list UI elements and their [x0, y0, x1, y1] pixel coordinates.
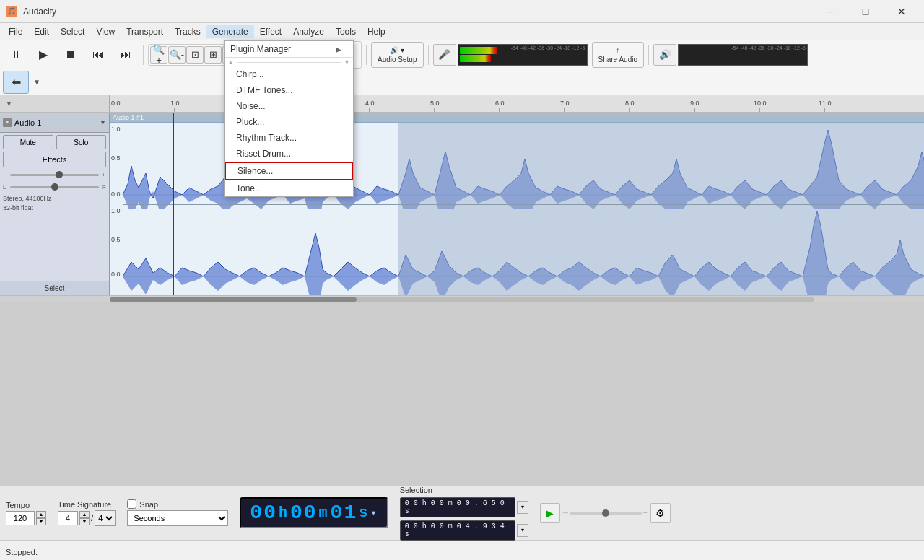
time-sig-group: Time Signature ▲ ▼ / 482	[58, 500, 116, 526]
menu-effect[interactable]: Effect	[254, 25, 287, 38]
snap-select[interactable]: Seconds Beats Bars	[127, 510, 228, 526]
silence-menu-item[interactable]: Silence...	[225, 162, 353, 180]
time-h-label: h	[279, 504, 289, 521]
track-close-button[interactable]: ✕	[3, 118, 12, 127]
pan-slider[interactable]	[10, 182, 99, 192]
skip-fwd-button[interactable]: ⏭	[113, 43, 139, 66]
tempo-input[interactable]	[6, 511, 35, 525]
playback-meter-button[interactable]: 🔊	[653, 44, 676, 66]
volume-row: ─ +	[3, 170, 106, 180]
time-sig-num-input[interactable]	[58, 511, 78, 525]
track-header: ✕ Audio 1 ▼ Mute Solo Effects ─	[0, 113, 110, 295]
time-dropdown-icon[interactable]: ▾	[370, 507, 378, 519]
close-button[interactable]: ✕	[885, 0, 918, 23]
pause-button[interactable]: ⏸	[3, 43, 29, 66]
noise-menu-item[interactable]: Noise...	[225, 98, 353, 114]
time-sig-num-down-button[interactable]: ▼	[79, 518, 90, 525]
zoom-out-button[interactable]: 🔍-	[168, 46, 186, 64]
tempo-up-button[interactable]: ▲	[36, 511, 46, 518]
play-selection-button[interactable]: ▶	[540, 503, 560, 523]
select-button[interactable]: Select	[0, 281, 109, 295]
ruler-container: ▼ 0.0 1.0 2.0 3.0 4.0 5.0 6.0 7.0	[0, 95, 924, 113]
meter-scale: -54 -48 -42 -36 -30 -24 -18 -12 -6	[511, 45, 585, 51]
volume-slider[interactable]	[10, 170, 99, 180]
menu-select[interactable]: Select	[55, 25, 90, 38]
track-collapse-icon[interactable]: ▼	[100, 119, 106, 126]
menu-file[interactable]: File	[3, 25, 28, 38]
minimize-button[interactable]: ─	[813, 0, 846, 23]
audio-setup-button[interactable]: 🔊 ▾ Audio Setup	[371, 42, 424, 68]
record-meter: -54 -48 -42 -36 -30 -24 -18 -12 -6	[458, 44, 588, 66]
dtmf-menu-item[interactable]: DTMF Tones...	[225, 82, 353, 98]
menu-edit[interactable]: Edit	[28, 25, 55, 38]
zoom-sel-button[interactable]: ⊞	[204, 46, 222, 64]
svg-text:11.0: 11.0	[819, 100, 832, 107]
svg-text:0.0: 0.0	[111, 191, 121, 198]
record-meter-button[interactable]: 🎤	[433, 44, 456, 66]
risset-menu-item[interactable]: Risset Drum...	[225, 146, 353, 162]
menu-analyze[interactable]: Analyze	[287, 25, 330, 38]
h-scrollbar[interactable]	[0, 295, 924, 302]
speaker2-icon: 🔊	[659, 49, 671, 60]
menu-view[interactable]: View	[90, 25, 121, 38]
plugin-manager-arrow-icon: ▶	[336, 45, 341, 53]
play-selection-icon: ▶	[546, 507, 554, 519]
menu-transport[interactable]: Transport	[121, 25, 169, 38]
pluck-menu-item[interactable]: Pluck...	[225, 114, 353, 130]
selection-settings-button[interactable]: ⚙	[650, 503, 671, 523]
pan-thumb[interactable]	[51, 183, 58, 191]
svg-text:7.0: 7.0	[560, 100, 570, 107]
time-m-label: m	[319, 504, 329, 521]
time-display: 00 h 00 m 01 s ▾	[240, 497, 388, 528]
snap-group: Snap Seconds Beats Bars	[127, 499, 228, 526]
statusbar: Stopped.	[0, 540, 924, 560]
solo-button[interactable]: Solo	[56, 135, 107, 149]
tempo-down-button[interactable]: ▼	[36, 518, 46, 525]
effects-button[interactable]: Effects	[3, 152, 106, 167]
chirp-menu-item[interactable]: Chirp...	[225, 66, 353, 82]
gear-icon: ⚙	[655, 507, 665, 519]
scrollbar-thumb[interactable]	[110, 297, 357, 302]
tempo-input-row: ▲ ▼	[6, 511, 46, 525]
sel-end-dropdown-button[interactable]: ▾	[517, 524, 528, 537]
stop-button[interactable]: ⏹	[58, 43, 84, 66]
plugin-manager-item[interactable]: Plugin Manager ▶	[225, 41, 353, 58]
time-sig-den-select[interactable]: 482	[95, 510, 116, 526]
time-sig-input-row: ▲ ▼ / 482	[58, 510, 116, 526]
zoom-in-icon: 🔍+	[151, 44, 167, 66]
menu-tools[interactable]: Tools	[330, 25, 362, 38]
sel-start-dropdown-button[interactable]: ▾	[517, 501, 528, 514]
menu-tracks[interactable]: Tracks	[169, 25, 206, 38]
microphone-icon: 🎤	[438, 49, 450, 60]
maximize-button[interactable]: □	[849, 0, 882, 23]
mute-button[interactable]: Mute	[3, 135, 53, 149]
sel-zoom-group: ─ +	[563, 509, 648, 517]
skip-back-button[interactable]: ⏮	[85, 43, 111, 66]
zoom-fit-button[interactable]: ⊡	[186, 46, 204, 64]
tone-menu-item[interactable]: Tone...	[225, 180, 353, 196]
titlebar-left: 🎵 Audacity	[6, 6, 56, 17]
share-icon: ↑	[616, 46, 619, 54]
time-sig-num-up-button[interactable]: ▲	[79, 511, 90, 518]
svg-text:4.0: 4.0	[365, 100, 375, 107]
rhythm-menu-item[interactable]: Rhythm Track...	[225, 130, 353, 146]
volume-thumb[interactable]	[56, 171, 63, 178]
menu-generate[interactable]: Generate	[206, 25, 254, 38]
svg-text:0.5: 0.5	[111, 236, 121, 243]
sel-zoom-thumb[interactable]	[602, 509, 609, 517]
share-audio-button[interactable]: ↑ Share Audio	[592, 42, 645, 68]
expand-up-icon[interactable]: ▲	[227, 58, 234, 66]
expand-down-icon[interactable]: ▼	[344, 58, 350, 66]
svg-text:5.0: 5.0	[430, 100, 440, 107]
sel-zoom-slider[interactable]	[570, 512, 642, 515]
snap-checkbox[interactable]	[127, 499, 136, 509]
selection-tool-button[interactable]: ⬅	[3, 71, 29, 94]
zoom-in-button[interactable]: 🔍+	[150, 46, 167, 64]
track-controls: Mute Solo Effects ─ + L	[0, 133, 109, 214]
play-button[interactable]: ▶	[30, 43, 56, 66]
scrollbar-track[interactable]	[110, 297, 814, 302]
pan-r-icon: R	[102, 184, 106, 191]
menu-help[interactable]: Help	[362, 25, 391, 38]
toolbar2: ⬅ ▼	[0, 69, 924, 95]
meter-level-bottom	[460, 55, 492, 62]
